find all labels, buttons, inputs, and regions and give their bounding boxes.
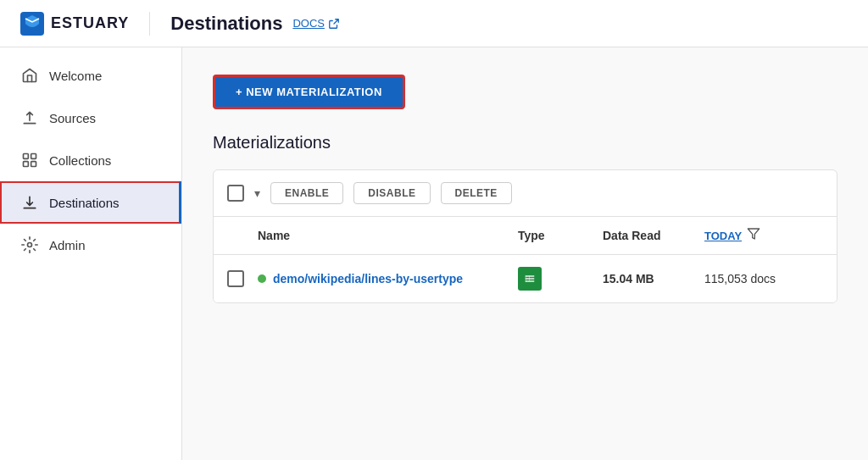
disable-button[interactable]: DISABLE xyxy=(353,182,430,204)
home-icon xyxy=(20,66,39,85)
upload-icon xyxy=(20,108,39,127)
docs-link[interactable]: DOCS xyxy=(292,17,340,30)
table-header: Name Type Data Read TODAY xyxy=(214,217,837,255)
google-sheets-icon xyxy=(518,267,542,291)
row-checkbox-col xyxy=(227,270,258,287)
sidebar: Welcome Sources Collection xyxy=(0,47,182,460)
col-header-today: TODAY xyxy=(704,227,823,244)
svg-rect-1 xyxy=(24,154,29,159)
table-row: demo/wikipedia/lines-by-usertype xyxy=(214,255,837,302)
sidebar-item-welcome[interactable]: Welcome xyxy=(0,54,181,97)
col-header-type: Type xyxy=(518,229,603,242)
new-materialization-button[interactable]: + NEW MATERIALIZATION xyxy=(213,75,405,109)
sidebar-item-sources[interactable]: Sources xyxy=(0,97,181,139)
gear-icon xyxy=(20,236,39,254)
col-header-data-read: Data Read xyxy=(603,229,704,242)
logo-text: ESTUARY xyxy=(51,14,129,32)
svg-point-5 xyxy=(28,243,32,247)
logo: ESTUARY xyxy=(20,12,150,36)
body-layout: Welcome Sources Collection xyxy=(0,47,868,460)
sidebar-item-label: Sources xyxy=(49,111,96,125)
destination-icon xyxy=(20,193,39,212)
row-name-link[interactable]: demo/wikipedia/lines-by-usertype xyxy=(273,272,463,285)
svg-rect-11 xyxy=(526,275,526,282)
app-header: ESTUARY Destinations DOCS xyxy=(0,0,868,47)
status-active-dot xyxy=(258,274,266,283)
today-filter-link[interactable]: TODAY xyxy=(704,230,742,242)
sidebar-item-label: Welcome xyxy=(49,69,102,83)
select-all-checkbox[interactable] xyxy=(227,185,244,202)
collection-icon xyxy=(20,151,39,169)
enable-button[interactable]: ENABLE xyxy=(270,182,343,204)
sidebar-item-admin[interactable]: Admin xyxy=(0,224,181,266)
page-title: Destinations xyxy=(170,13,282,35)
svg-rect-3 xyxy=(24,162,29,167)
sidebar-item-label: Admin xyxy=(49,238,86,252)
row-name-cell: demo/wikipedia/lines-by-usertype xyxy=(258,272,518,285)
filter-icon[interactable] xyxy=(747,227,760,244)
external-link-icon xyxy=(328,18,340,30)
delete-button[interactable]: DELETE xyxy=(441,182,512,204)
select-chevron[interactable]: ▾ xyxy=(254,186,260,200)
row-type-cell xyxy=(518,267,603,291)
materializations-table: ▾ ENABLE DISABLE DELETE Name Type Data R… xyxy=(213,169,837,303)
row-data-read: 15.04 MB xyxy=(603,272,704,285)
estuary-logo-icon xyxy=(20,12,44,36)
sidebar-item-label: Destinations xyxy=(49,196,120,210)
svg-rect-4 xyxy=(31,162,36,167)
col-header-name: Name xyxy=(258,229,518,242)
svg-rect-12 xyxy=(529,275,530,282)
row-checkbox[interactable] xyxy=(227,270,244,287)
svg-rect-2 xyxy=(31,154,36,159)
svg-marker-6 xyxy=(748,229,759,239)
sidebar-item-destinations[interactable]: Destinations xyxy=(0,181,181,224)
sidebar-item-label: Collections xyxy=(49,153,111,168)
main-content: + NEW MATERIALIZATION Materializations ▾… xyxy=(182,47,868,460)
section-title: Materializations xyxy=(213,133,837,152)
table-toolbar: ▾ ENABLE DISABLE DELETE xyxy=(214,170,837,217)
row-docs-count: 115,053 docs xyxy=(704,272,823,285)
sidebar-item-collections[interactable]: Collections xyxy=(0,139,181,181)
